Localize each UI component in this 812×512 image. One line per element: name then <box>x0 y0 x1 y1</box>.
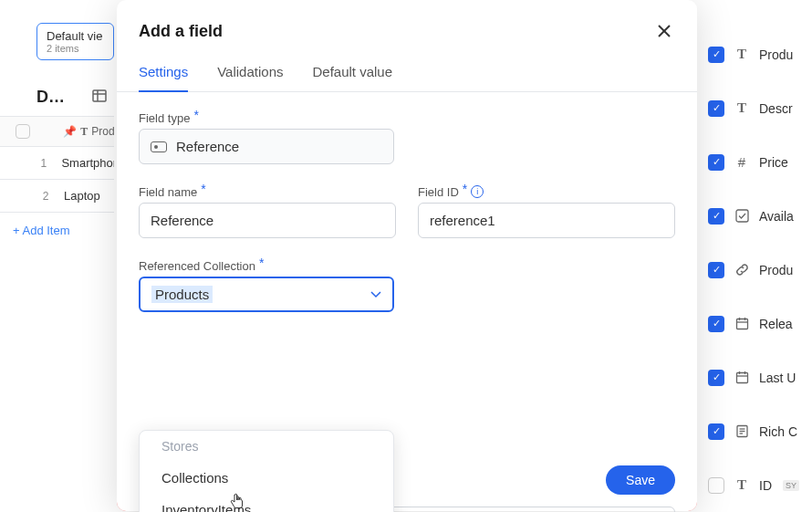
svg-rect-4 <box>736 319 747 329</box>
save-button[interactable]: Save <box>606 465 675 495</box>
view-chip-count: 2 items <box>47 43 104 54</box>
table-view-icon[interactable] <box>92 89 107 107</box>
field-list-item[interactable]: ✓Last U <box>703 350 812 404</box>
link-icon <box>734 263 750 277</box>
required-star: * <box>463 182 467 196</box>
row-number: 1 <box>35 157 52 170</box>
view-chip-title: Default vie <box>47 29 104 43</box>
cursor-pointer-icon <box>230 493 245 512</box>
richtext-icon <box>734 424 750 438</box>
field-name-input[interactable] <box>139 203 396 238</box>
view-chip[interactable]: Default vie 2 items <box>36 23 114 60</box>
referenced-collection-label: Referenced Collection* <box>139 258 394 273</box>
field-name-label: Field name* <box>139 184 396 199</box>
field-list-item[interactable]: ✓Relea <box>703 297 812 350</box>
number-icon: # <box>734 154 750 170</box>
add-item-button[interactable]: + Add Item <box>0 213 114 248</box>
reference-icon <box>151 141 167 152</box>
row-number: 2 <box>36 190 55 203</box>
field-checkbox-checked[interactable]: ✓ <box>708 47 724 63</box>
field-list-item[interactable]: ✓Rich C <box>703 404 812 458</box>
table-header-row: 📌 T Prod <box>0 116 114 147</box>
field-list-item[interactable]: ✓TDescr <box>703 81 812 135</box>
calendar-icon <box>734 371 750 384</box>
field-id-label: Field ID* i <box>418 184 675 199</box>
field-checkbox-checked[interactable]: ✓ <box>708 208 724 225</box>
field-list-item[interactable]: ✓#Price <box>703 135 812 189</box>
field-list-item[interactable]: ✓Produ <box>703 243 812 297</box>
system-badge: SY <box>783 480 799 491</box>
field-checkbox-unchecked[interactable] <box>708 477 724 494</box>
text-icon: T <box>734 47 750 62</box>
svg-rect-3 <box>736 210 748 222</box>
select-all-checkbox[interactable] <box>16 124 30 139</box>
field-checkbox-checked[interactable]: ✓ <box>708 370 724 386</box>
field-type-selector[interactable]: Reference <box>139 129 394 164</box>
required-star: * <box>201 182 205 196</box>
info-icon[interactable]: i <box>471 185 484 198</box>
table-row[interactable]: 2 Laptop <box>0 180 114 213</box>
modal-title: Add a field <box>139 22 223 41</box>
text-icon: T <box>734 100 750 116</box>
required-star: * <box>193 108 198 122</box>
chevron-down-icon <box>370 288 381 301</box>
field-checkbox-checked[interactable]: ✓ <box>708 100 724 117</box>
tab-settings[interactable]: Settings <box>139 64 188 92</box>
field-list-item[interactable]: ✓TProdu <box>703 27 812 81</box>
collection-initial: D… <box>36 88 65 107</box>
dropdown-item[interactable]: Collections <box>140 462 393 494</box>
collection-dropdown: Stores Collections InventoryItems Orders… <box>139 430 394 512</box>
field-checkbox-checked[interactable]: ✓ <box>708 316 724 332</box>
row-cell: Laptop <box>55 189 100 203</box>
plus-icon: + <box>13 224 23 237</box>
text-icon: T <box>734 477 750 493</box>
tab-validations[interactable]: Validations <box>217 64 283 91</box>
svg-rect-0 <box>93 90 106 101</box>
field-type-value: Reference <box>176 139 239 154</box>
modal-tabs: Settings Validations Default value <box>117 51 697 92</box>
field-checkbox-checked[interactable]: ✓ <box>708 262 724 278</box>
field-checkbox-checked[interactable]: ✓ <box>708 154 724 171</box>
svg-rect-8 <box>736 373 747 383</box>
select-value: Products <box>151 286 213 303</box>
table-row[interactable]: 1 Smartphor <box>0 147 114 180</box>
field-id-input[interactable] <box>418 203 675 238</box>
pin-icon: 📌 <box>63 125 77 138</box>
field-list-item[interactable]: ✓Availa <box>703 189 812 243</box>
field-checkbox-checked[interactable]: ✓ <box>708 423 724 440</box>
dropdown-item[interactable]: InventoryItems <box>140 494 393 512</box>
tab-default-value[interactable]: Default value <box>312 64 392 91</box>
add-field-modal: Add a field Settings Validations Default… <box>117 0 697 511</box>
calendar-icon <box>734 317 750 330</box>
field-list-sidebar: ✓TProdu ✓TDescr ✓#Price ✓Availa ✓Produ ✓… <box>703 27 812 512</box>
row-cell: Smartphor <box>52 156 114 170</box>
close-icon <box>657 24 671 38</box>
field-type-label: Field type* <box>139 110 675 125</box>
required-star: * <box>259 256 264 270</box>
column-header-label: Prod <box>91 125 114 138</box>
field-list-item[interactable]: TIDSY <box>703 458 812 512</box>
referenced-collection-select[interactable]: Products <box>139 277 394 312</box>
boolean-icon <box>734 209 750 223</box>
close-button[interactable] <box>653 20 675 42</box>
dropdown-group-label: Stores <box>140 431 393 462</box>
